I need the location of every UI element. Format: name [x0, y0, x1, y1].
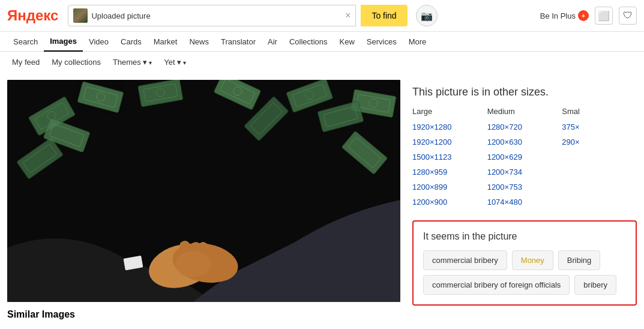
size-link[interactable] [562, 196, 637, 208]
subnav-item-themes[interactable]: Themes ▾ [108, 55, 157, 69]
size-link[interactable]: 1200×753 [487, 181, 562, 193]
subnav-item-yet[interactable]: Yet ▾ [159, 55, 191, 69]
main-nav: SearchImagesVideoCardsMarketNewsTranslat… [0, 32, 644, 52]
main-content: Similar Images This picture is in other … [0, 73, 644, 327]
be-in-plus[interactable]: Be In Plus + [540, 10, 589, 21]
detection-tag[interactable]: Bribing [558, 250, 600, 270]
size-link[interactable]: 1920×1280 [412, 121, 487, 133]
size-link[interactable]: 1200×630 [487, 136, 562, 148]
size-link[interactable]: 1920×1200 [412, 136, 487, 148]
nav-item-market[interactable]: Market [148, 32, 184, 51]
detection-tag[interactable]: bribery [574, 275, 616, 295]
nav-item-news[interactable]: News [183, 32, 215, 51]
search-input[interactable] [91, 11, 343, 20]
shield-icon[interactable]: 🛡 [619, 7, 637, 25]
sizes-grid: LargeMediumSmal1920×12801280×720375×1920… [412, 107, 637, 208]
search-bar: × [68, 5, 356, 26]
detection-title: It seems in the picture [423, 231, 626, 242]
thumbnail-preview [73, 8, 88, 23]
detection-tag[interactable]: Money [512, 250, 553, 270]
nav-item-search[interactable]: Search [7, 32, 44, 51]
size-col-header: Large [412, 107, 487, 118]
size-link[interactable] [562, 166, 637, 178]
subnav-item-my-collections[interactable]: My collections [47, 55, 106, 69]
size-link[interactable]: 375× [562, 121, 637, 133]
size-link[interactable]: 290× [562, 136, 637, 148]
svg-point-32 [175, 251, 211, 277]
size-link[interactable] [562, 151, 637, 163]
size-link[interactable]: 1280×959 [412, 166, 487, 178]
camera-button[interactable]: 📷 [416, 5, 438, 26]
size-link[interactable]: 1500×1123 [412, 151, 487, 163]
image-panel: Similar Images [7, 80, 400, 320]
sizes-title: This picture is in other sizes. [412, 86, 637, 98]
size-link[interactable]: 1200×900 [412, 196, 487, 208]
nav-item-images[interactable]: Images [44, 32, 83, 52]
plus-badge: + [578, 10, 589, 21]
right-panel: This picture is in other sizes. LargeMed… [412, 80, 637, 320]
size-col-header: Medium [487, 107, 562, 118]
sub-nav: My feedMy collectionsThemes ▾Yet ▾ [0, 52, 644, 73]
nav-item-collections[interactable]: Collections [283, 32, 334, 51]
logo[interactable]: Яндекс [7, 7, 58, 24]
nav-item-kew[interactable]: Kew [334, 32, 361, 51]
nav-item-cards[interactable]: Cards [115, 32, 148, 51]
nav-item-more[interactable]: More [403, 32, 433, 51]
close-icon[interactable]: × [345, 10, 351, 21]
to-find-button[interactable]: To find [361, 5, 407, 26]
similar-images-label: Similar Images [7, 309, 400, 320]
be-in-plus-label: Be In Plus [540, 11, 576, 20]
size-link[interactable]: 1280×720 [487, 121, 562, 133]
logo-text: Яндекс [7, 7, 58, 23]
header: Яндекс × To find 📷 Be In Plus + ⬜ 🛡 [0, 0, 644, 32]
bookmark-icon[interactable]: ⬜ [595, 7, 613, 25]
size-link[interactable]: 1200×734 [487, 166, 562, 178]
subnav-item-my-feed[interactable]: My feed [7, 55, 44, 69]
nav-item-translator[interactable]: Translator [215, 32, 262, 51]
detection-tag[interactable]: commercial bribery [423, 250, 507, 270]
camera-icon: 📷 [421, 10, 433, 22]
detection-box: It seems in the picture commercial bribe… [412, 220, 637, 306]
nav-item-air[interactable]: Air [262, 32, 283, 51]
size-link[interactable] [562, 181, 637, 193]
uploaded-image [7, 80, 400, 302]
size-link[interactable]: 1074×480 [487, 196, 562, 208]
detection-tags: commercial briberyMoneyBribingcommercial… [423, 250, 626, 295]
nav-item-services[interactable]: Services [361, 32, 403, 51]
size-col-header: Smal [562, 107, 637, 118]
header-right: Be In Plus + ⬜ 🛡 [540, 7, 637, 25]
detection-tag[interactable]: commercial bribery of foreign officials [423, 275, 570, 295]
size-link[interactable]: 1200×629 [487, 151, 562, 163]
size-link[interactable]: 1200×899 [412, 181, 487, 193]
nav-item-video[interactable]: Video [83, 32, 115, 51]
